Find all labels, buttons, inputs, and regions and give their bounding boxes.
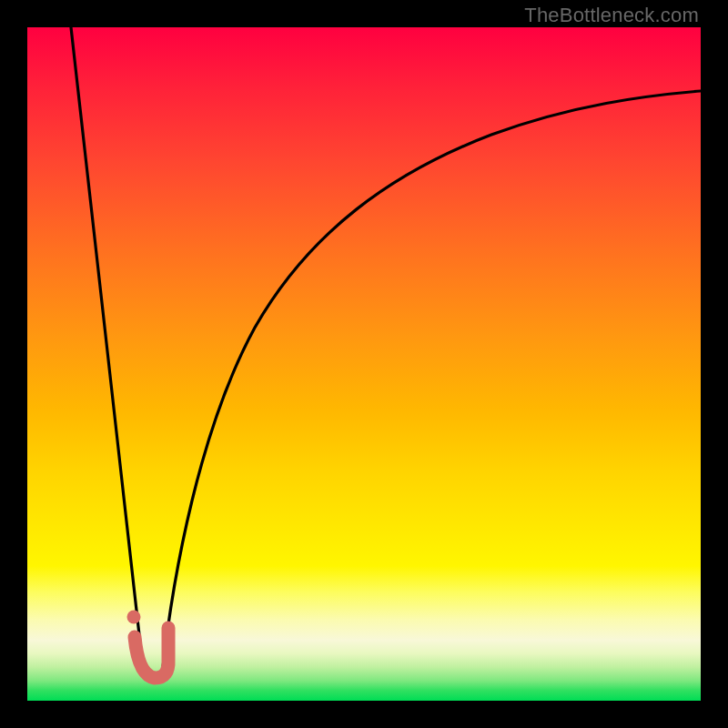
watermark-text: TheBottleneck.com [524,4,699,27]
gradient-background [27,27,701,701]
plot-frame [27,27,701,701]
